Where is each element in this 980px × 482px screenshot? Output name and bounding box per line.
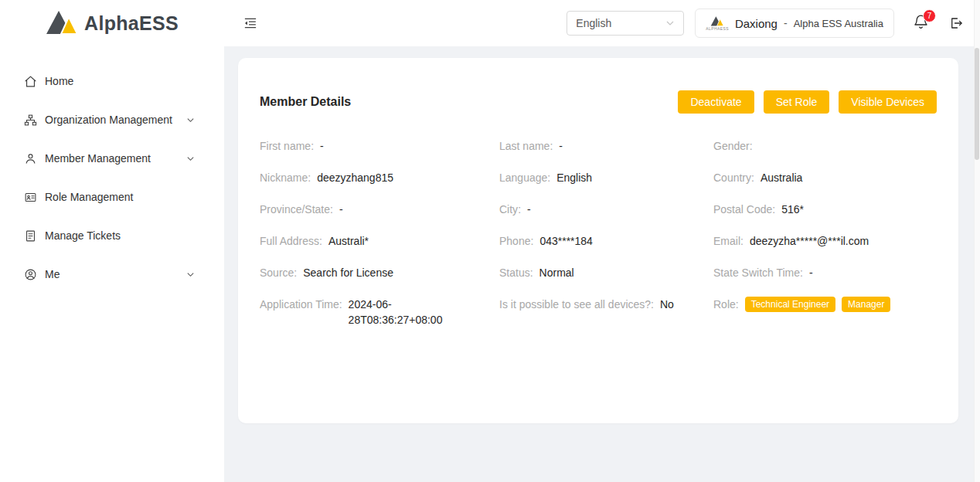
sidebar-collapse-icon[interactable] (244, 17, 257, 29)
field-label: City (499, 202, 527, 217)
field-value: Search for License (303, 265, 393, 280)
logout-icon[interactable] (949, 16, 963, 30)
sidebar-item-label: Organization Management (45, 114, 172, 126)
field-status: StatusNormal (499, 265, 713, 280)
sidebar-item-label: Manage Tickets (45, 229, 121, 242)
field-last-name: Last name- (499, 138, 713, 154)
field-label: Phone (499, 233, 539, 249)
field-label: Province/State (260, 202, 339, 217)
field-label: Language (499, 170, 556, 185)
visible-devices-button[interactable]: Visible Devices (839, 90, 937, 114)
field-phone: Phone043****184 (499, 233, 713, 249)
member-icon (24, 152, 37, 165)
tickets-icon (24, 229, 37, 243)
header-right: English AlphaESS Daxiong - Alpha ESS Aus… (567, 8, 980, 38)
sidebar-item-member-management[interactable]: Member Management (0, 139, 224, 178)
field-label: Country (713, 170, 761, 185)
field-value: - (527, 202, 531, 217)
organization-icon (24, 114, 37, 127)
role-badge: Manager (842, 297, 890, 312)
field-value: 516* (781, 202, 804, 217)
field-country: CountryAustralia (713, 170, 937, 185)
field-value: - (559, 138, 563, 154)
sidebar-item-role-management[interactable]: Role Management (0, 178, 224, 216)
language-select[interactable]: English (567, 11, 684, 36)
field-label: First name (260, 138, 320, 154)
main-content: Member Details DeactivateSet RoleVisible… (224, 46, 974, 482)
field-role: RoleTechnical EngineerManager (713, 297, 937, 312)
deactivate-button[interactable]: Deactivate (678, 90, 754, 114)
mini-logo-text: AlphaESS (706, 27, 729, 31)
field-gender: Gender (713, 138, 937, 154)
field-value: Normal (539, 265, 574, 280)
sidebar-item-me[interactable]: Me (0, 255, 224, 294)
field-value: deezyzha*****@***il.com (750, 233, 869, 249)
member-details-card: Member Details DeactivateSet RoleVisible… (238, 58, 958, 423)
app: AlphaESS English AlphaESS Da (0, 0, 980, 482)
brand-name: AlphaESS (84, 12, 179, 35)
field-is-it-possible-to-see-all-devices: Is it possible to see all devices?No (499, 297, 713, 312)
field-label: Postal Code (713, 202, 781, 217)
sidebar-item-label: Me (45, 268, 60, 280)
chevron-down-icon (186, 270, 195, 279)
brand-logo[interactable]: AlphaESS (0, 8, 224, 38)
field-email: Emaildeezyzha*****@***il.com (713, 233, 937, 249)
notification-badge: 7 (923, 9, 936, 22)
chevron-down-icon (186, 154, 195, 163)
role-icon (24, 191, 37, 204)
user-name: Daxiong (735, 17, 778, 30)
field-label: Source (260, 265, 303, 280)
role-badge: Technical Engineer (745, 297, 835, 312)
me-icon (24, 268, 37, 281)
field-value: 2024-06-28T08:36:27+08:00 (349, 297, 464, 328)
sidebar-item-label: Role Management (45, 191, 133, 203)
field-label: Status (499, 265, 539, 280)
field-value: Australia (761, 170, 802, 185)
card-title: Member Details (260, 95, 351, 109)
user-organization: Alpha ESS Australia (794, 18, 883, 29)
top-header: AlphaESS English AlphaESS Da (0, 0, 980, 46)
field-label: Application Time (260, 297, 349, 312)
field-source: SourceSearch for License (260, 265, 499, 280)
card-actions: DeactivateSet RoleVisible Devices (678, 90, 937, 114)
field-value: deezyzhang815 (317, 170, 393, 185)
sidebar-item-home[interactable]: Home (0, 62, 224, 100)
field-full-address: Full AddressAustrali* (260, 233, 499, 249)
user-separator: - (784, 17, 788, 29)
sidebar-item-label: Home (45, 75, 73, 87)
chevron-down-icon (665, 19, 675, 28)
card-header: Member Details DeactivateSet RoleVisible… (260, 90, 937, 114)
alphaess-mini-logo-icon: AlphaESS (706, 15, 729, 31)
field-value: Australi* (328, 233, 369, 249)
sidebar-item-manage-tickets[interactable]: Manage Tickets (0, 216, 224, 255)
scrollbar[interactable] (974, 0, 980, 482)
sidebar: HomeOrganization ManagementMember Manage… (0, 46, 224, 482)
field-nickname: Nicknamedeezyzhang815 (260, 170, 499, 185)
field-label: Is it possible to see all devices? (499, 297, 660, 312)
member-fields: First name-Last name-GenderNicknamedeezy… (260, 138, 937, 328)
set-role-button[interactable]: Set Role (764, 90, 830, 114)
field-label: Last name (499, 138, 559, 154)
notifications-button[interactable]: 7 (913, 14, 929, 33)
language-select-value: English (576, 17, 611, 29)
field-value: - (320, 138, 324, 154)
sidebar-item-organization-management[interactable]: Organization Management (0, 100, 224, 139)
field-state-switch-time: State Switch Time- (713, 265, 937, 280)
alphaess-logo-icon (46, 8, 78, 38)
scrollbar-thumb[interactable] (975, 48, 979, 160)
field-value: - (339, 202, 343, 217)
field-first-name: First name- (260, 138, 499, 154)
field-postal-code: Postal Code516* (713, 202, 937, 217)
field-language: LanguageEnglish (499, 170, 713, 185)
user-menu-button[interactable]: AlphaESS Daxiong - Alpha ESS Australia (695, 8, 894, 38)
role-badges: Technical EngineerManager (745, 297, 891, 312)
field-label: Gender (713, 138, 759, 154)
field-province-state: Province/State- (260, 202, 499, 217)
field-value: No (660, 297, 674, 312)
field-label: Email (713, 233, 750, 249)
field-value: - (809, 265, 813, 280)
sidebar-item-label: Member Management (45, 152, 151, 165)
field-value: 043****184 (539, 233, 593, 249)
field-value: English (556, 170, 592, 185)
field-label: Role (713, 297, 745, 312)
